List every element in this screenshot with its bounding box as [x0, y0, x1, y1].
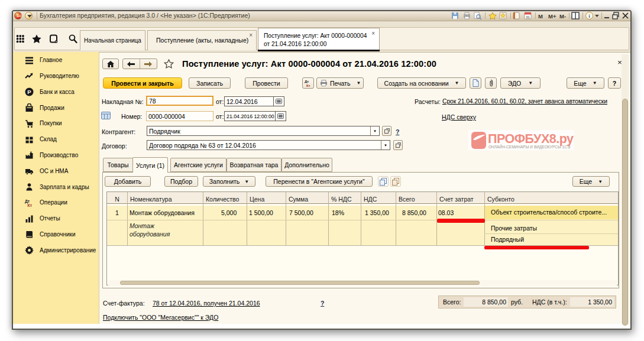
svg-text:M+: M+ — [548, 13, 556, 20]
svg-text:Дт: Дт — [305, 80, 309, 83]
svg-text:M-: M- — [559, 13, 566, 20]
svg-text:P: P — [27, 89, 31, 95]
svg-text:31: 31 — [526, 15, 530, 19]
svg-text:Кт: Кт — [28, 203, 33, 207]
svg-text:Кт: Кт — [306, 84, 310, 87]
svg-text:M: M — [538, 13, 543, 20]
